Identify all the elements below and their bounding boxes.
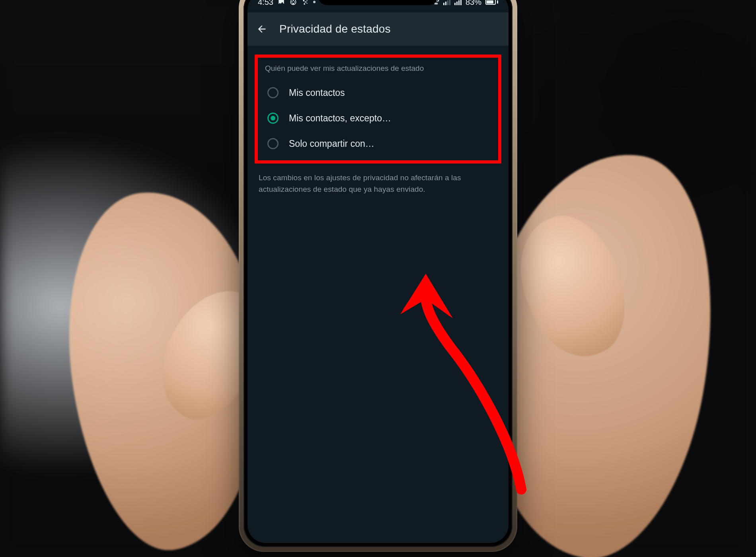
dot-icon [313, 1, 316, 3]
soccer-icon [289, 0, 297, 6]
image-icon [277, 0, 285, 6]
radio-icon [267, 87, 279, 98]
content-area: Quién puede ver mis actualizaciones de e… [247, 46, 509, 204]
radio-icon [267, 138, 279, 149]
signal-icon [454, 0, 462, 5]
section-title: Quién puede ver mis actualizaciones de e… [265, 64, 492, 73]
signal-weak-icon [443, 0, 450, 5]
arrow-left-icon [256, 23, 267, 35]
radio-selected-icon [267, 113, 279, 124]
back-button[interactable] [255, 22, 269, 36]
option-label: Solo compartir con… [289, 138, 374, 149]
option-label: Mis contactos, excepto… [289, 113, 391, 124]
option-label: Mis contactos [289, 88, 345, 98]
phone-notch [318, 0, 438, 5]
annotation-highlight-box: Quién puede ver mis actualizaciones de e… [255, 55, 501, 164]
app-bar: Privacidad de estados [247, 12, 509, 46]
battery-percent: 83% [466, 0, 481, 7]
phone-bezel: 4:53 [244, 0, 512, 547]
helper-text: Los cambios en los ajustes de privacidad… [255, 172, 501, 195]
phone-frame: 4:53 [239, 0, 517, 552]
phone-screen: 4:53 [247, 0, 509, 543]
option-my-contacts[interactable]: Mis contactos [260, 80, 496, 105]
page-title: Privacidad de estados [279, 23, 391, 35]
option-only-share-with[interactable]: Solo compartir con… [260, 131, 496, 156]
status-left-cluster: 4:53 [258, 0, 316, 7]
option-my-contacts-except[interactable]: Mis contactos, excepto… [260, 105, 496, 131]
status-time: 4:53 [258, 0, 273, 7]
battery-icon [485, 0, 498, 5]
scissors-icon [301, 0, 309, 6]
